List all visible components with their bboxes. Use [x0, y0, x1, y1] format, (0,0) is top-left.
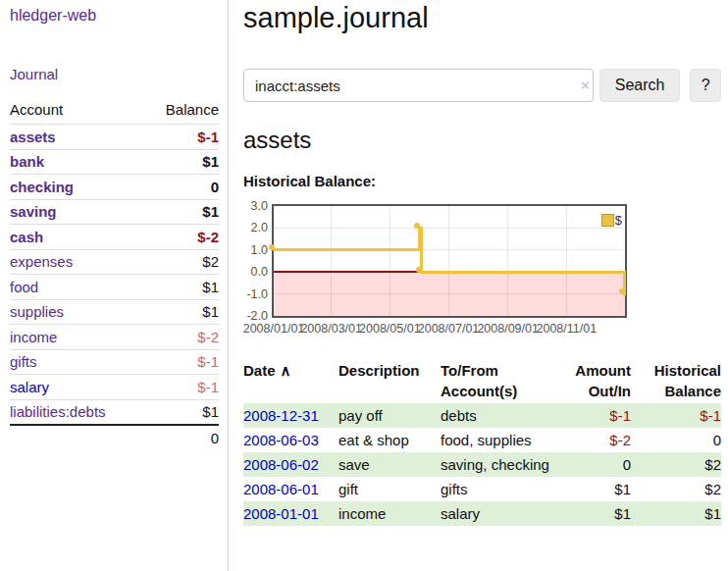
account-row: salary $-1 [10, 375, 219, 400]
account-balance: $1 [144, 149, 219, 175]
account-balance: $1 [144, 275, 219, 300]
account-row: assets $-1 [10, 125, 219, 150]
h-gridline [274, 293, 625, 294]
chart-legend: $ [601, 213, 622, 228]
chart-plot: $ [272, 204, 627, 318]
historical-balance-chart: 3.02.01.00.0-1.0-2.0 $ 2008/01/012008/03… [243, 204, 721, 338]
v-gridline [507, 206, 508, 316]
transaction-description: income [338, 501, 441, 526]
x-tick-label: 2008/09/01 [477, 322, 539, 336]
sort-asc-icon: ∧ [281, 362, 291, 379]
account-link-supplies[interactable]: supplies [10, 303, 64, 320]
transaction-balance: $1 [631, 501, 721, 526]
account-row: gifts $-1 [10, 349, 219, 375]
x-tick-label: 2008/01/01 [243, 322, 305, 336]
transaction-date-link[interactable]: 2008-06-03 [243, 432, 319, 448]
transaction-description: save [338, 452, 441, 477]
transaction-accounts: debts [441, 403, 564, 428]
search-button[interactable]: Search [599, 69, 681, 102]
account-row: income $-2 [10, 325, 219, 350]
account-balance: $-1 [144, 375, 219, 400]
y-tick-label: 2.0 [243, 221, 268, 234]
accounts-total-row: 0 [10, 425, 219, 450]
transaction-date-link[interactable]: 2008-12-31 [243, 407, 319, 424]
register-row: 2008-12-31 pay off debts $-1 $-1 [243, 403, 721, 428]
data-point-marker [416, 267, 422, 273]
y-tick-label: 0.0 [243, 265, 268, 279]
transaction-date-link[interactable]: 2008-01-01 [243, 505, 319, 522]
v-gridline [566, 206, 567, 316]
account-link-assets[interactable]: assets [10, 129, 56, 145]
account-link-food[interactable]: food [10, 279, 38, 295]
transaction-amount: 0 [564, 452, 631, 477]
register-col-account: To/From Account(s) [441, 358, 564, 403]
y-tick-label: 3.0 [243, 199, 268, 213]
main-content: sample.journal × Search ? assets Histori… [230, 2, 728, 526]
transaction-accounts: food, supplies [441, 428, 564, 452]
account-link-bank[interactable]: bank [10, 153, 44, 170]
register-header-row: Date∧ Description To/From Account(s) Amo… [243, 358, 721, 403]
account-row: checking 0 [10, 175, 219, 200]
account-balance: 0 [144, 175, 219, 200]
account-row: supplies $1 [10, 299, 219, 325]
transaction-amount: $1 [564, 501, 631, 526]
register-table: Date∧ Description To/From Account(s) Amo… [243, 358, 721, 526]
x-tick-label: 2008/11/01 [537, 322, 598, 336]
account-link-salary[interactable]: salary [10, 379, 49, 395]
data-point-marker [269, 244, 275, 250]
help-button[interactable]: ? [690, 69, 721, 102]
y-tick-label: 1.0 [243, 243, 268, 257]
accounts-header-row: Account Balance [10, 99, 219, 125]
v-gridline [331, 206, 332, 316]
chart-heading: Historical Balance: [243, 174, 721, 188]
account-row: liabilities:debts $1 [10, 399, 219, 425]
sidebar-item-journal[interactable]: Journal [10, 66, 218, 82]
account-balance: $-1 [144, 125, 219, 150]
account-link-expenses[interactable]: expenses [10, 253, 73, 270]
account-link-saving[interactable]: saving [10, 203, 57, 220]
transaction-balance: $-1 [631, 403, 721, 428]
account-balance: $-2 [144, 225, 219, 250]
account-balance: $1 [144, 299, 219, 325]
search-input[interactable] [243, 69, 594, 102]
clear-search-icon[interactable]: × [581, 77, 590, 93]
account-balance: $1 [144, 399, 219, 425]
account-link-liabilities-debts[interactable]: liabilities:debts [10, 403, 106, 420]
search-form: × Search ? [243, 69, 721, 102]
register-col-balance: Historical Balance [631, 358, 721, 403]
transaction-amount: $1 [564, 477, 631, 501]
account-row: cash $-2 [10, 225, 219, 250]
x-tick-label: 2008/03/01 [300, 322, 362, 336]
accounts-total-balance: 0 [144, 425, 219, 450]
account-balance: $-1 [144, 349, 219, 375]
y-tick-label: -2.0 [243, 309, 268, 323]
series-segment [273, 248, 422, 251]
account-row: bank $1 [10, 149, 219, 175]
accounts-table: Account Balance assets $-1 bank $1 check… [10, 99, 219, 450]
transaction-date-link[interactable]: 2008-06-01 [243, 481, 319, 497]
account-link-gifts[interactable]: gifts [10, 353, 37, 370]
v-gridline [448, 206, 449, 316]
register-row: 2008-06-02 save saving, checking 0 $2 [243, 452, 721, 477]
transaction-date-link[interactable]: 2008-06-02 [243, 456, 319, 473]
transaction-description: eat & shop [338, 428, 441, 452]
transaction-balance: $2 [631, 452, 721, 477]
account-link-checking[interactable]: checking [10, 179, 74, 195]
legend-swatch-icon [601, 214, 614, 227]
transaction-description: gift [338, 477, 441, 501]
data-point-marker [619, 288, 625, 294]
legend-label: $ [615, 213, 622, 228]
accounts-col-account: Account [10, 99, 144, 125]
account-balance: $1 [144, 199, 219, 225]
transaction-accounts: saving, checking [441, 452, 564, 477]
accounts-col-balance: Balance [144, 99, 219, 125]
register-col-amount: Amount Out/In [564, 358, 631, 403]
account-row: food $1 [10, 275, 219, 300]
account-link-cash[interactable]: cash [10, 229, 43, 245]
x-tick-label: 2008/07/01 [418, 322, 480, 336]
account-link-income[interactable]: income [10, 329, 57, 345]
y-tick-label: -1.0 [243, 287, 268, 301]
page-title: sample.journal [243, 2, 721, 34]
app-title-link[interactable]: hledger-web [10, 7, 96, 25]
x-tick-label: 2008/05/01 [359, 322, 421, 336]
